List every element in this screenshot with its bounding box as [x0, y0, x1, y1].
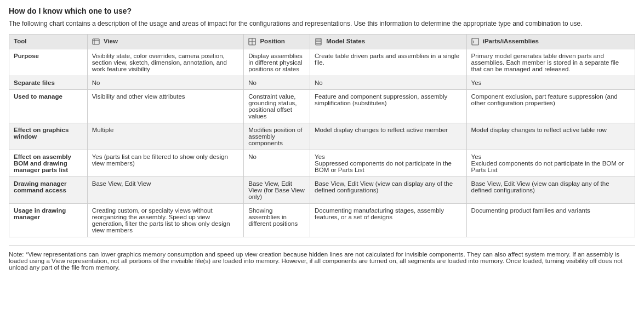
cell-view: Multiple [87, 123, 244, 150]
cell-position: No [244, 76, 310, 90]
cell-iparts: Base View, Edit View (view can display a… [466, 177, 635, 204]
model-icon [315, 38, 322, 45]
table-row: PurposeVisibility state, color overrides… [9, 49, 635, 76]
table-row: Separate filesNoNoNoYes [9, 76, 635, 90]
cell-view: Visibility and other view attributes [87, 90, 244, 123]
table-row: Effect on assembly BOM and drawing manag… [9, 150, 635, 177]
cell-iparts: Model display changes to reflect active … [466, 123, 635, 150]
cell-position: Base View, Edit View (for Base View only… [244, 177, 310, 204]
cell-position: No [244, 150, 310, 177]
cell-view: Base View, Edit View [87, 177, 244, 204]
page-title: How do I know which one to use? [9, 7, 635, 15]
header-position: Position [244, 35, 310, 49]
intro-text: The following chart contains a descripti… [9, 20, 635, 27]
view-icon [92, 38, 100, 45]
cell-position: Showing assemblies in different position… [244, 204, 310, 237]
cell-tool: Effect on graphics window [9, 123, 88, 150]
header-iparts: i iParts/iAssemblies [466, 35, 635, 49]
cell-position: Display assemblies in different physical… [244, 49, 310, 76]
cell-view: Yes (parts list can be filtered to show … [87, 150, 244, 177]
cell-model_states: YesSuppressed components do not particip… [310, 150, 467, 177]
header-model-states: Model States [310, 35, 467, 49]
iparts-icon: i [471, 38, 479, 45]
header-tool: Tool [9, 35, 88, 49]
cell-tool: Effect on assembly BOM and drawing manag… [9, 150, 88, 177]
position-icon [248, 38, 256, 45]
cell-tool: Drawing manager command access [9, 177, 88, 204]
note-text: Note: *View representations can lower gr… [9, 251, 623, 271]
cell-iparts: Component exclusion, part feature suppre… [466, 90, 635, 123]
cell-iparts: Yes [466, 76, 635, 90]
cell-model_states: Documenting manufacturing stages, assemb… [310, 204, 467, 237]
cell-view: Creating custom, or specialty views with… [87, 204, 244, 237]
cell-view: No [87, 76, 244, 90]
table-row: Used to manageVisibility and other view … [9, 90, 635, 123]
cell-iparts: Documenting product families and variant… [466, 204, 635, 237]
cell-model_states: Feature and component suppression, assem… [310, 90, 467, 123]
cell-iparts: YesExcluded components do not participat… [466, 150, 635, 177]
note-section: Note: *View representations can lower gr… [9, 245, 635, 271]
table-row: Effect on graphics windowMultipleModifie… [9, 123, 635, 150]
cell-model_states: No [310, 76, 467, 90]
cell-tool: Usage in drawing manager [9, 204, 88, 237]
table-row: Usage in drawing managerCreating custom,… [9, 204, 635, 237]
cell-model_states: Base View, Edit View (view can display a… [310, 177, 467, 204]
cell-tool: Purpose [9, 49, 88, 76]
cell-iparts: Primary model generates table driven par… [466, 49, 635, 76]
cell-tool: Separate files [9, 76, 88, 90]
comparison-table: Tool View [9, 34, 635, 237]
cell-position: Modifies position of assembly components [244, 123, 310, 150]
cell-view: Visibility state, color overrides, camer… [87, 49, 244, 76]
cell-position: Constraint value, grounding status, posi… [244, 90, 310, 123]
cell-tool: Used to manage [9, 90, 88, 123]
svg-text:i: i [473, 39, 474, 44]
cell-model_states: Create table driven parts and assemblies… [310, 49, 467, 76]
cell-model_states: Model display changes to reflect active … [310, 123, 467, 150]
table-row: Drawing manager command accessBase View,… [9, 177, 635, 204]
svg-rect-0 [93, 39, 99, 44]
header-view: View [87, 35, 244, 49]
table-header-row: Tool View [9, 35, 635, 49]
